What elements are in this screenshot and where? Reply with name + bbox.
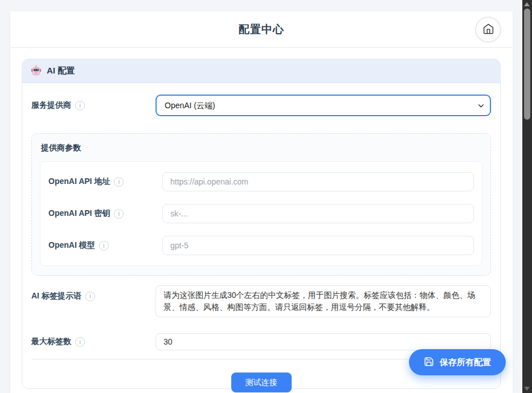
scrollbar[interactable]	[522, 0, 532, 393]
ai-config-section: AI 配置 服务提供商 i OpenAI (云端)	[22, 59, 501, 389]
scrollbar-down-arrow-icon[interactable]	[524, 387, 530, 391]
api-url-input[interactable]	[162, 172, 474, 191]
api-key-input[interactable]	[162, 204, 474, 223]
api-key-row: OpenAI API 密钥 i	[48, 204, 474, 223]
model-label-group: OpenAI 模型 i	[48, 240, 162, 251]
page-header: 配置中心	[10, 11, 513, 48]
api-key-label-group: OpenAI API 密钥 i	[48, 208, 162, 219]
info-icon[interactable]: i	[75, 101, 85, 110]
ai-config-section-header: AI 配置	[22, 59, 500, 83]
model-label: OpenAI 模型	[48, 240, 95, 251]
max-tags-input[interactable]	[155, 333, 491, 350]
info-icon[interactable]: i	[114, 177, 124, 187]
max-tags-label-group: 最大标签数 i	[31, 337, 155, 347]
prompt-label: AI 标签提示语	[31, 291, 81, 301]
provider-row: 服务提供商 i OpenAI (云端)	[31, 95, 491, 116]
save-all-config-button[interactable]: 保存所有配置	[409, 349, 506, 375]
save-icon	[424, 357, 434, 369]
provider-params-card: OpenAI API 地址 i OpenAI API 密钥 i	[40, 161, 482, 266]
config-card: 配置中心	[10, 11, 513, 393]
prompt-row: AI 标签提示语 i 请为这张图片生成30个左右的中文标签，用于图片搜索。标签应…	[31, 285, 491, 317]
info-icon[interactable]: i	[75, 337, 85, 347]
api-url-label-group: OpenAI API 地址 i	[48, 177, 162, 187]
robot-icon	[31, 65, 42, 77]
provider-params-box: 提供商参数 OpenAI API 地址 i OpenAI API 密钥 i	[31, 133, 491, 276]
provider-label-group: 服务提供商 i	[31, 100, 155, 110]
api-url-label: OpenAI API 地址	[48, 177, 110, 187]
model-input[interactable]	[162, 236, 474, 255]
provider-params-title: 提供商参数	[41, 143, 482, 153]
model-row: OpenAI 模型 i	[48, 236, 474, 255]
save-button-label: 保存所有配置	[440, 357, 491, 368]
api-key-label: OpenAI API 密钥	[48, 208, 110, 219]
home-icon	[482, 23, 494, 37]
info-icon[interactable]: i	[85, 292, 95, 301]
page-title: 配置中心	[239, 22, 284, 37]
home-button[interactable]	[475, 17, 501, 43]
prompt-label-group: AI 标签提示语 i	[31, 285, 155, 301]
info-icon[interactable]: i	[114, 209, 124, 219]
max-tags-row: 最大标签数 i	[31, 333, 491, 350]
provider-select-wrap: OpenAI (云端)	[155, 95, 491, 116]
scrollbar-thumb[interactable]	[524, 9, 530, 120]
api-url-row: OpenAI API 地址 i	[48, 172, 474, 191]
max-tags-label: 最大标签数	[31, 337, 71, 347]
test-button-row: 测试连接	[31, 372, 491, 392]
provider-label: 服务提供商	[31, 100, 71, 110]
test-connection-button[interactable]: 测试连接	[231, 372, 292, 392]
provider-select[interactable]: OpenAI (云端)	[155, 95, 491, 116]
info-icon[interactable]: i	[99, 241, 109, 251]
scrollbar-up-arrow-icon[interactable]	[524, 2, 530, 6]
ai-config-section-title: AI 配置	[47, 66, 75, 76]
ai-config-section-body: 服务提供商 i OpenAI (云端) 提供商参数	[22, 83, 500, 393]
prompt-textarea[interactable]: 请为这张图片生成30个左右的中文标签，用于图片搜索。标签应该包括：物体、颜色、场…	[155, 285, 491, 317]
